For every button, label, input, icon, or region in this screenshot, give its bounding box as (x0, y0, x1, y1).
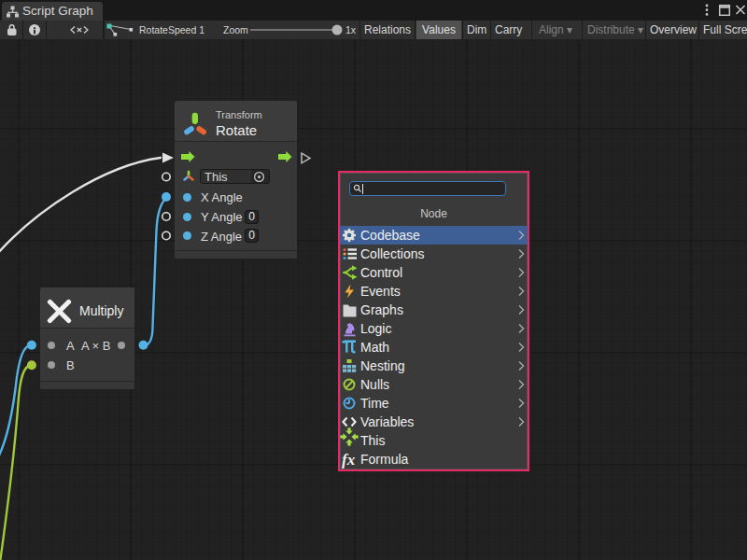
svg-text:fx: fx (342, 451, 356, 469)
